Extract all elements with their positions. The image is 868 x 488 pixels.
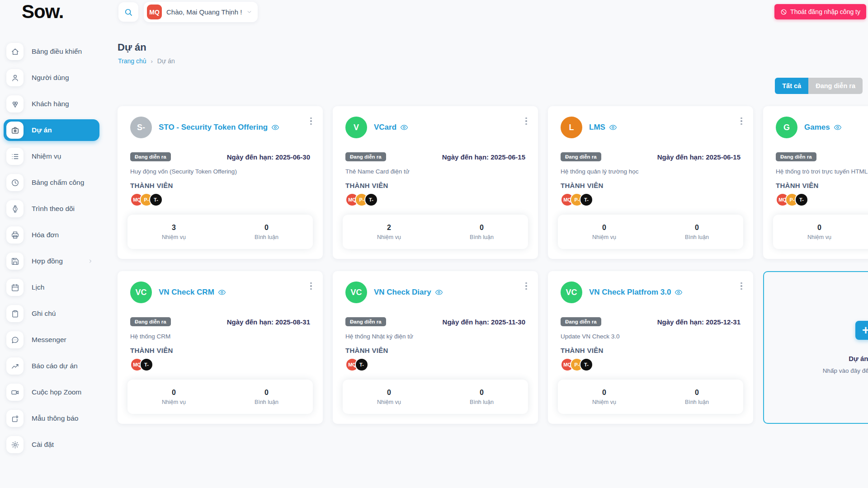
member-avatar: T- — [364, 193, 378, 206]
home-icon — [6, 43, 24, 60]
sidebar-item-mau-thong-bao[interactable]: Mẫu thông báo — [4, 408, 99, 429]
user-menu[interactable]: MQ Chào, Mai Quang Thịnh ! — [144, 2, 258, 22]
project-avatar: V — [345, 117, 367, 138]
project-description: Thẻ Name Card điện tử — [345, 168, 525, 175]
project-name-link[interactable]: LMS — [589, 123, 617, 132]
sidebar-item-hop-ong[interactable]: Hợp đồng — [4, 250, 99, 272]
comments-stat: 0 Bình luận — [220, 224, 313, 240]
sidebar-item-cai-at[interactable]: Cài đặt — [4, 434, 99, 455]
tasks-stat: 0 Nhiệm vụ — [558, 224, 651, 240]
sidebar-item-bao-cao-du-an[interactable]: Báo cáo dự án — [4, 355, 99, 377]
project-stats: 2 Nhiệm vụ 0 Bình luận — [343, 215, 528, 249]
member-avatar: T- — [140, 358, 153, 371]
sidebar: Sow. Bảng điều khiểnNgười dùngKhách hàng… — [0, 0, 111, 488]
sidebar-item-label: Cài đặt — [32, 441, 54, 449]
status-badge: Đang diễn ra — [345, 317, 386, 326]
tasks-count: 2 — [343, 224, 435, 232]
card-menu-button[interactable] — [307, 280, 316, 292]
card-menu-button[interactable] — [522, 280, 531, 292]
eye-icon — [435, 288, 443, 296]
clients-icon — [6, 95, 24, 113]
card-menu-button[interactable] — [307, 115, 316, 127]
due-date: Ngày đến hạn: 2025-11-30 — [443, 318, 525, 326]
sidebar-item-nguoi-dung[interactable]: Người dùng — [4, 67, 99, 89]
sidebar-item-cuoc-hop-zoom[interactable]: Cuộc họp Zoom — [4, 381, 99, 403]
filter-ongoing-button[interactable]: Đang diễn ra — [808, 78, 863, 94]
project-stats: 3 Nhiệm vụ 0 Bình luận — [127, 215, 313, 249]
gear-icon — [6, 436, 24, 453]
tasks-stat: 2 Nhiệm vụ — [343, 224, 435, 240]
members-label: THÀNH VIÊN — [345, 182, 525, 189]
comments-count: 0 — [651, 224, 743, 232]
project-name-link[interactable]: STO - Security Token Offering — [159, 123, 279, 132]
tasks-stat: 0 Nhiệm vụ — [773, 224, 866, 240]
add-project-card[interactable]: + Dự án mới Nhấp vào đây để tạo dự án mớ… — [763, 271, 868, 424]
member-avatar: T- — [355, 358, 368, 371]
breadcrumb-current: Dự án — [157, 57, 175, 65]
member-avatar: T- — [580, 193, 593, 206]
project-name-link[interactable]: Games — [804, 123, 842, 132]
logout-company-button[interactable]: Thoát đăng nhập công ty — [774, 4, 866, 19]
sidebar-item-bang-cham-cong[interactable]: Bảng chấm công — [4, 172, 99, 193]
sidebar-item-messenger[interactable]: Messenger — [4, 329, 99, 351]
project-card-lms: L LMS Đang diễn ra Ngày đến hạn: 2025-06… — [548, 106, 753, 259]
member-avatar: T- — [580, 358, 593, 371]
project-name-link[interactable]: VCard — [374, 123, 408, 132]
sidebar-item-label: Bảng chấm công — [32, 178, 84, 187]
due-date: Ngày đến hạn: 2025-06-15 — [442, 153, 525, 161]
members-label: THÀNH VIÊN — [776, 182, 868, 189]
project-description: Hệ thống quản lý trường học — [561, 168, 741, 175]
tasks-count: 0 — [558, 224, 651, 232]
members-row: MQP-T- — [130, 193, 310, 206]
sidebar-item-label: Trình theo dõi — [32, 205, 75, 213]
tasks-stat: 0 Nhiệm vụ — [343, 389, 435, 405]
sidebar-item-bang-ieu-khien[interactable]: Bảng điều khiển — [4, 41, 99, 62]
project-name-link[interactable]: VN Check CRM — [159, 288, 226, 297]
sidebar-item-label: Messenger — [32, 336, 66, 344]
template-icon — [6, 410, 24, 427]
breadcrumb-home-link[interactable]: Trang chủ — [118, 57, 146, 65]
brand-logo: Sow. — [22, 1, 63, 23]
sidebar-item-label: Báo cáo dự án — [32, 362, 78, 370]
briefcase-icon — [6, 122, 24, 139]
members-label: THÀNH VIÊN — [561, 347, 741, 354]
sidebar-item-lich[interactable]: Lịch — [4, 277, 99, 298]
search-icon — [124, 8, 133, 17]
comments-count: 0 — [220, 389, 313, 397]
breadcrumb: Trang chủ › Dự án — [118, 57, 175, 65]
plus-icon[interactable]: + — [855, 321, 868, 340]
members-label: THÀNH VIÊN — [130, 347, 310, 354]
filter-all-button[interactable]: Tất cả — [775, 78, 808, 94]
search-button[interactable] — [118, 2, 138, 22]
project-avatar: VC — [345, 282, 367, 303]
card-menu-button[interactable] — [737, 280, 746, 292]
eye-icon — [400, 123, 408, 131]
sidebar-item-label: Mẫu thông báo — [32, 414, 78, 422]
project-card-vn-check-crm: VC VN Check CRM Đang diễn ra Ngày đến hạ… — [118, 271, 323, 424]
status-badge: Đang diễn ra — [561, 317, 601, 326]
project-stats: 0 Nhiệm vụ 0 Bình luận — [558, 215, 743, 249]
project-name-link[interactable]: VN Check Platfrom 3.0 — [589, 288, 683, 297]
sidebar-item-trinh-theo-doi[interactable]: Trình theo dõi — [4, 198, 99, 220]
sidebar-item-nhiem-vu[interactable]: Nhiệm vụ — [4, 145, 99, 167]
add-project-hint: Nhấp vào đây để tạo dự án mới — [823, 367, 868, 374]
card-menu-button[interactable] — [522, 115, 531, 127]
status-badge: Đang diễn ra — [776, 152, 816, 161]
comments-stat: 0 Bình luận — [866, 224, 868, 240]
tasks-stat: 0 Nhiệm vụ — [127, 389, 220, 405]
project-avatar: G — [776, 117, 797, 138]
project-name-link[interactable]: VN Check Diary — [374, 288, 443, 297]
sidebar-item-label: Cuộc họp Zoom — [32, 388, 81, 396]
card-menu-button[interactable] — [737, 115, 746, 127]
due-date: Ngày đến hạn: 2025-12-31 — [657, 318, 741, 326]
chevron-right-icon — [88, 258, 93, 264]
sidebar-item-ghi-chu[interactable]: Ghi chú — [4, 303, 99, 324]
sidebar-item-du-an[interactable]: Dự án — [4, 119, 99, 141]
breadcrumb-separator: › — [151, 58, 153, 65]
status-badge: Đang diễn ra — [561, 152, 601, 161]
sidebar-item-khach-hang[interactable]: Khách hàng — [4, 93, 99, 115]
user-greeting: Chào, Mai Quang Thịnh ! — [166, 8, 242, 16]
project-description: Hệ thống trò trơi trực tuyến HTML 5 — [776, 168, 868, 175]
chat-icon — [6, 331, 24, 348]
sidebar-item-hoa-on[interactable]: Hóa đơn — [4, 224, 99, 246]
